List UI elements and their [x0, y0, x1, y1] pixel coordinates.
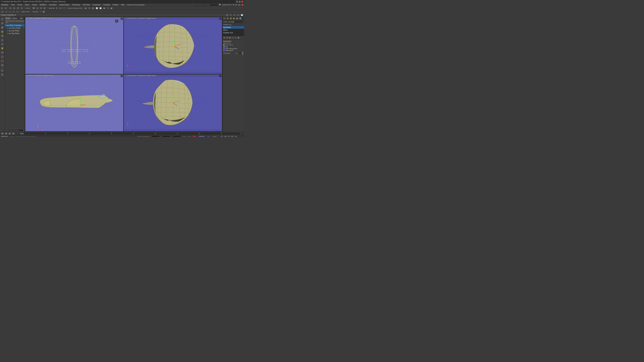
tool-spacewarps[interactable]: 〰: [0, 59, 4, 63]
nav-end-btn[interactable]: ▶|: [234, 135, 238, 137]
modifier-mirror[interactable]: Mirror: [222, 29, 244, 31]
scene-tab-display[interactable]: Display: [12, 17, 18, 20]
select-button[interactable]: ↖: [9, 7, 12, 10]
vp-persp-maximize[interactable]: □: [219, 75, 222, 77]
menu-rendering[interactable]: Rendering: [72, 4, 81, 6]
menu-customize[interactable]: Customize: [92, 4, 101, 6]
right-create-button[interactable]: +: [223, 17, 226, 20]
menu-civil-view[interactable]: Civil View: [82, 4, 90, 6]
right-modify-button[interactable]: 🔧: [226, 17, 229, 20]
tool-move[interactable]: ✛: [0, 21, 4, 25]
menu-prepar3d[interactable]: Prepar 3D Documentation: [126, 4, 145, 6]
viewport-perspective-bottom[interactable]: [ + ] [ Perspective ] [ Standard ] [ Obj…: [124, 74, 222, 131]
viewport-top[interactable]: [ + ] [ Top ] [ Standard ] [ Edged Faces…: [25, 17, 124, 74]
material-editor-button[interactable]: ◆: [102, 7, 106, 10]
sub-obj-edge[interactable]: [5, 10, 8, 13]
pm-edge[interactable]: /: [229, 13, 232, 16]
move-up-button[interactable]: ↑: [232, 36, 234, 39]
maximize-button[interactable]: □: [238, 0, 241, 3]
menu-group[interactable]: Group: [17, 4, 23, 6]
right-motion-button[interactable]: ▶: [232, 17, 236, 20]
schematic-view-button[interactable]: ⬜: [99, 7, 102, 10]
settings-icon[interactable]: ⚙: [233, 4, 234, 6]
curve-editor-button[interactable]: 📈: [95, 7, 98, 10]
sub-obj-poly[interactable]: [12, 10, 16, 13]
pm-element[interactable]: ⬜: [240, 13, 244, 16]
modifier-editable-poly[interactable]: Editable Poly: [222, 31, 244, 34]
menu-maximize-button[interactable]: □: [238, 4, 240, 6]
right-utils-button[interactable]: 🔩: [239, 17, 242, 20]
viewport-select[interactable]: View: [48, 7, 55, 9]
angle-snap-button[interactable]: ∠: [36, 7, 39, 10]
mirror-button[interactable]: ⇄: [84, 7, 88, 10]
render-setup-button[interactable]: 🎥: [106, 7, 110, 10]
set-key-button[interactable]: Set K: [206, 136, 211, 137]
menu-create[interactable]: Create: [31, 4, 38, 6]
object-name-input[interactable]: [223, 21, 243, 23]
vp-left-maximize[interactable]: □: [120, 75, 123, 77]
tree-item-front-plane[interactable]: ► ● ● Front_Plane ›: [5, 27, 25, 29]
select-object-button[interactable]: □: [55, 7, 58, 10]
tree-item-top-plane[interactable]: ► ● ● Top_Plane: [5, 32, 25, 35]
menu-content[interactable]: Content: [112, 4, 119, 6]
tool-select[interactable]: ↖: [0, 17, 4, 21]
vp-top-maximize[interactable]: □: [120, 17, 123, 20]
keyword-search-input[interactable]: [195, 3, 218, 6]
timeline-next-btn[interactable]: ▶|: [12, 132, 15, 135]
tool-extra1[interactable]: ▷: [0, 69, 4, 72]
axis-x-radio[interactable]: [223, 44, 224, 45]
scene-search-input[interactable]: [5, 129, 24, 131]
sub-obj-element[interactable]: [16, 10, 19, 13]
threshold-input[interactable]: [234, 52, 241, 54]
help-icon[interactable]: ?: [231, 4, 232, 6]
render-button[interactable]: ▶: [110, 7, 113, 10]
minimize-button[interactable]: ─: [236, 0, 238, 3]
menu-modeling[interactable]: Modeling: [1, 4, 9, 6]
close-button[interactable]: ×: [241, 0, 244, 3]
tool-cameras[interactable]: 📷: [0, 51, 4, 54]
undo-button[interactable]: ↩: [0, 7, 4, 10]
window-crossing-button[interactable]: ⬛: [62, 7, 66, 10]
sub-obj-border[interactable]: [8, 10, 12, 13]
selected-button[interactable]: Selected: [198, 136, 205, 137]
timeline-play-btn[interactable]: ▶: [8, 132, 12, 135]
tool-link[interactable]: 🔗: [0, 26, 4, 29]
make-unique-button[interactable]: ◆: [237, 36, 240, 39]
axis-z-radio[interactable]: [230, 44, 231, 45]
pm-poly[interactable]: □: [236, 13, 240, 16]
tool-geometry[interactable]: △: [0, 38, 4, 42]
tool-extra2[interactable]: ▽: [0, 73, 4, 77]
selection-region-button[interactable]: ⬚: [59, 7, 62, 10]
tool-bind-space[interactable]: ⊞: [0, 34, 4, 38]
menu-scripting[interactable]: Scripting: [103, 4, 110, 6]
time-display[interactable]: [239, 136, 244, 137]
search-icon[interactable]: 🔍: [219, 4, 221, 6]
move-button[interactable]: ✛: [12, 7, 16, 10]
nav-prev-btn[interactable]: ◀◀: [224, 135, 227, 137]
configure-button[interactable]: ⚙: [226, 36, 228, 39]
frame-input[interactable]: [16, 132, 20, 135]
scene-tab-select[interactable]: Select: [5, 17, 12, 20]
tree-item-fuselage[interactable]: ▼ ● ● D020_Fuselage: [5, 24, 25, 27]
auto-key-button[interactable]: Auto: [192, 136, 196, 137]
polygon-modeling-dropdown[interactable]: Polygon Modeling ▼: [1, 14, 16, 16]
right-hierarchy-button[interactable]: ⚡: [229, 17, 232, 20]
sub-obj-vertex[interactable]: ▪: [0, 10, 4, 13]
tree-item-left-plane[interactable]: ► ● ● Left_Plane: [5, 29, 25, 32]
axis-y-radio[interactable]: [226, 44, 228, 45]
rotate-button[interactable]: ↺: [16, 7, 20, 10]
tool-lights[interactable]: 💡: [0, 46, 4, 50]
menu-close-button[interactable]: ×: [241, 4, 244, 6]
3d-snap-button[interactable]: 🧲: [32, 7, 35, 10]
menu-views[interactable]: Views: [24, 4, 30, 6]
vp-front-maximize[interactable]: □: [219, 17, 222, 20]
tool-shapes[interactable]: ⬠: [0, 42, 4, 46]
timeline-start-btn[interactable]: |◀: [1, 132, 4, 135]
scale-button[interactable]: ⤡: [20, 7, 23, 10]
menu-minimize-button[interactable]: ─: [235, 4, 238, 6]
spinner-snap-button[interactable]: ⊞: [43, 7, 46, 10]
menu-graph-editors[interactable]: Graph Editors: [58, 4, 70, 6]
pm-border[interactable]: ○: [233, 13, 236, 16]
nav-next-btn[interactable]: ▶▶: [230, 135, 234, 137]
right-display-button[interactable]: ◉: [236, 17, 239, 20]
